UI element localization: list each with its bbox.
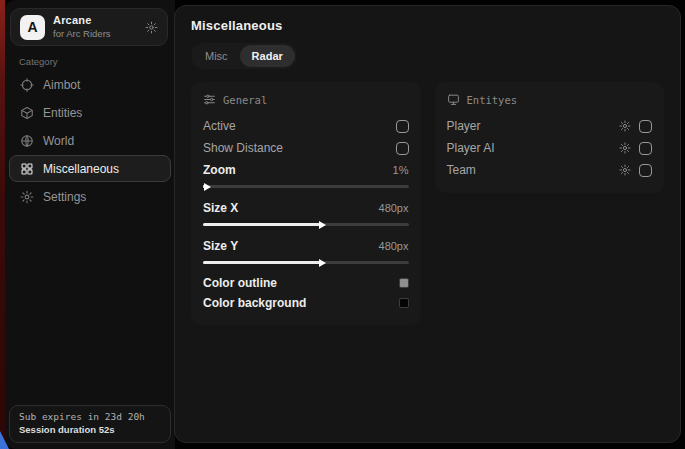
- tab-bar: Misc Radar: [191, 43, 297, 69]
- toggle-row-active: Active: [203, 115, 409, 137]
- general-card: General Active Show Distance Zoom 1% Si: [191, 82, 421, 325]
- entity-label: Player AI: [447, 141, 495, 155]
- crosshair-icon: [20, 78, 34, 92]
- entity-row-player-ai: Player AI: [447, 137, 653, 159]
- sidebar-item-label: Aimbot: [43, 78, 80, 92]
- entities-card: Entityes Player Player AI: [435, 82, 665, 193]
- slider-thumb[interactable]: [204, 183, 211, 191]
- color-outline-swatch[interactable]: [399, 278, 409, 288]
- player-checkbox[interactable]: [639, 120, 652, 133]
- app-name: Arcane: [53, 14, 111, 28]
- slider-value: 480px: [379, 240, 409, 252]
- entity-controls: [619, 142, 652, 155]
- app-title-block: Arcane for Arc Riders: [53, 14, 111, 40]
- sidebar-item-label: World: [43, 134, 74, 148]
- team-settings-gear-icon[interactable]: [619, 164, 631, 176]
- monitor-icon: [447, 93, 460, 106]
- sidebar-item-world[interactable]: World: [9, 127, 171, 154]
- sidebar: A Arcane for Arc Riders Category Aimbot: [5, 0, 175, 449]
- slider-label: Size Y: [203, 239, 238, 253]
- team-checkbox[interactable]: [639, 164, 652, 177]
- entity-controls: [619, 164, 652, 177]
- general-card-title: General: [223, 94, 267, 106]
- sliders-icon: [203, 93, 216, 106]
- slider-row-zoom: Zoom 1%: [203, 159, 409, 181]
- zoom-slider[interactable]: [203, 185, 409, 188]
- subscription-info-card: Sub expires in 23d 20h Session duration …: [9, 405, 171, 443]
- slider-thumb[interactable]: [319, 259, 326, 267]
- slider-label: Size X: [203, 201, 238, 215]
- sidebar-item-miscellaneous[interactable]: Miscellaneous: [9, 155, 171, 182]
- sidebar-nav: Aimbot Entities World: [9, 71, 171, 211]
- color-background-swatch[interactable]: [399, 298, 409, 308]
- entity-row-team: Team: [447, 159, 653, 181]
- general-card-header: General: [203, 93, 409, 106]
- player-settings-gear-icon[interactable]: [619, 120, 631, 132]
- entity-label: Player: [447, 119, 481, 133]
- entity-label: Team: [447, 163, 476, 177]
- sidebar-item-label: Settings: [43, 190, 86, 204]
- page-title: Miscellaneous: [191, 18, 664, 33]
- slider-label: Zoom: [203, 163, 236, 177]
- slider-thumb[interactable]: [319, 221, 326, 229]
- sidebar-item-entities[interactable]: Entities: [9, 99, 171, 126]
- app-header-card: A Arcane for Arc Riders: [10, 8, 168, 46]
- cards-row: General Active Show Distance Zoom 1% Si: [191, 82, 664, 325]
- entity-row-player: Player: [447, 115, 653, 137]
- slider-value: 480px: [379, 202, 409, 214]
- app-logo: A: [20, 15, 45, 40]
- session-duration-text: Session duration 52s: [19, 424, 161, 435]
- size-x-slider[interactable]: [203, 223, 409, 226]
- mouse-cursor: [0, 431, 9, 449]
- color-row-outline: Color outline: [203, 273, 409, 293]
- sidebar-item-settings[interactable]: Settings: [9, 183, 171, 210]
- header-gear-icon[interactable]: [145, 21, 158, 34]
- globe-icon: [20, 134, 34, 148]
- cube-icon: [20, 106, 34, 120]
- toggle-row-show-distance: Show Distance: [203, 137, 409, 159]
- gear-icon: [20, 190, 34, 204]
- main-panel: Miscellaneous Misc Radar General Active: [174, 5, 681, 443]
- active-checkbox[interactable]: [396, 120, 409, 133]
- show-distance-checkbox[interactable]: [396, 142, 409, 155]
- player-ai-settings-gear-icon[interactable]: [619, 142, 631, 154]
- slider-fill: [203, 223, 320, 226]
- slider-fill: [203, 185, 205, 188]
- app-subtitle: for Arc Riders: [53, 28, 111, 40]
- color-label: Color outline: [203, 276, 277, 290]
- color-label: Color background: [203, 296, 306, 310]
- grid-icon: [20, 162, 34, 176]
- toggle-label: Show Distance: [203, 141, 283, 155]
- color-row-background: Color background: [203, 293, 409, 313]
- entity-controls: [619, 120, 652, 133]
- category-label: Category: [19, 56, 58, 67]
- sidebar-item-label: Entities: [43, 106, 82, 120]
- slider-fill: [203, 261, 320, 264]
- toggle-label: Active: [203, 119, 236, 133]
- sidebar-item-aimbot[interactable]: Aimbot: [9, 71, 171, 98]
- slider-row-size-x: Size X 480px: [203, 197, 409, 219]
- entities-card-header: Entityes: [447, 93, 653, 106]
- tab-misc[interactable]: Misc: [193, 45, 240, 67]
- tab-radar[interactable]: Radar: [240, 45, 295, 67]
- sub-expires-text: Sub expires in 23d 20h: [19, 411, 161, 422]
- slider-value: 1%: [393, 164, 409, 176]
- entities-card-title: Entityes: [467, 94, 518, 106]
- player-ai-checkbox[interactable]: [639, 142, 652, 155]
- slider-row-size-y: Size Y 480px: [203, 235, 409, 257]
- size-y-slider[interactable]: [203, 261, 409, 264]
- sidebar-item-label: Miscellaneous: [43, 162, 119, 176]
